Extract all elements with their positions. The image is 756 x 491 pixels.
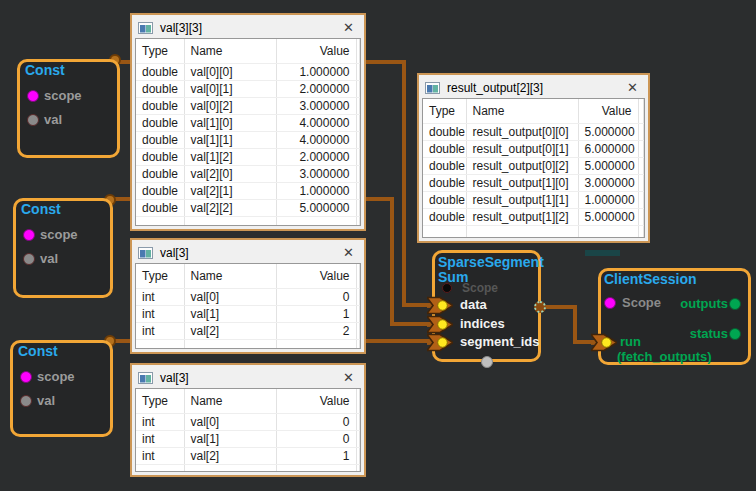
value-cell: 1 xyxy=(276,306,356,323)
window-titlebar[interactable]: val[3] ✕ xyxy=(135,242,361,263)
sss-bottom-connector[interactable] xyxy=(481,356,493,368)
val-port-label: val xyxy=(37,394,55,408)
value-table: Type Name Value doubleval[0][0]1.000000d… xyxy=(135,38,361,226)
table-row[interactable]: doubleresult_output[0][2]5.000000 xyxy=(423,158,644,175)
val-port[interactable] xyxy=(20,395,32,407)
col-header-pad xyxy=(356,389,360,414)
col-header-type[interactable]: Type xyxy=(136,39,184,64)
segment-ids-port-label: segment_ids xyxy=(460,335,539,349)
scope-port[interactable] xyxy=(442,283,452,293)
val-port[interactable] xyxy=(23,253,35,265)
col-header-name[interactable]: Name xyxy=(466,99,578,124)
run-port-arrow-icon[interactable] xyxy=(591,333,617,352)
outputs-port[interactable] xyxy=(729,298,741,310)
table-row[interactable]: doubleval[0][2]3.000000 xyxy=(136,98,360,115)
indices-port-arrow-icon[interactable] xyxy=(427,315,453,334)
node-const-3[interactable]: Const scope val xyxy=(10,340,113,437)
wire-const1-data-v[interactable] xyxy=(402,60,406,307)
type-cell: int xyxy=(136,414,184,431)
sss-output-connector[interactable] xyxy=(534,301,546,313)
col-header-type[interactable]: Type xyxy=(136,389,184,414)
val-port[interactable] xyxy=(27,114,39,126)
table-row[interactable]: doubleresult_output[1][1]1.000000 xyxy=(423,192,644,209)
close-icon[interactable]: ✕ xyxy=(343,20,358,35)
table-row[interactable]: doubleresult_output[0][0]5.000000 xyxy=(423,124,644,141)
col-header-value[interactable]: Value xyxy=(578,99,638,124)
scope-port[interactable] xyxy=(604,297,616,309)
table-row[interactable]: doubleval[1][2]2.000000 xyxy=(136,149,360,166)
scope-port[interactable] xyxy=(20,371,32,383)
probe-window-val3-segmentids[interactable]: val[3] ✕ Type Name Value intval[0]0intva… xyxy=(130,363,366,477)
type-cell: double xyxy=(136,166,184,183)
table-row[interactable]: doubleval[0][0]1.000000 xyxy=(136,64,360,81)
col-header-name[interactable]: Name xyxy=(184,39,276,64)
col-header-value[interactable]: Value xyxy=(276,389,356,414)
type-cell: int xyxy=(136,448,184,465)
table-row[interactable]: intval[1]0 xyxy=(136,431,360,448)
node-const-1[interactable]: Const scope val xyxy=(17,59,120,158)
close-icon[interactable]: ✕ xyxy=(343,245,358,260)
table-row[interactable]: intval[2]1 xyxy=(136,448,360,465)
col-header-value[interactable]: Value xyxy=(276,39,356,64)
table-row[interactable]: doubleresult_output[0][1]6.000000 xyxy=(423,141,644,158)
node-title: Const xyxy=(25,63,65,78)
probe-window-result-output[interactable]: result_output[2][3] ✕ Type Name Value do… xyxy=(417,73,650,243)
scope-port-label: scope xyxy=(44,89,82,103)
window-titlebar[interactable]: val[3] ✕ xyxy=(135,367,361,388)
type-cell: int xyxy=(136,289,184,306)
wire-const2-indices-v[interactable] xyxy=(390,197,394,326)
table-row[interactable]: doubleval[1][1]4.000000 xyxy=(136,132,360,149)
table-row[interactable]: doubleval[1][0]4.000000 xyxy=(136,115,360,132)
status-port[interactable] xyxy=(729,328,741,340)
table-row[interactable]: doubleval[2][2]5.000000 xyxy=(136,200,360,217)
table-row[interactable]: doubleresult_output[1][0]3.000000 xyxy=(423,175,644,192)
empty-row xyxy=(136,340,360,349)
value-cell: 1.000000 xyxy=(276,183,356,200)
col-header-pad xyxy=(638,99,644,124)
value-cell: 0 xyxy=(276,414,356,431)
col-header-pad xyxy=(356,264,360,289)
name-cell: val[0][2] xyxy=(184,98,276,115)
node-const-2[interactable]: Const scope val xyxy=(13,198,113,298)
value-cell: 2.000000 xyxy=(276,149,356,166)
status-port-label: status xyxy=(690,327,728,341)
segment-ids-port-arrow-icon[interactable] xyxy=(427,333,453,352)
table-row[interactable]: intval[0]0 xyxy=(136,289,360,306)
table-row[interactable]: intval[2]2 xyxy=(136,323,360,340)
scope-port[interactable] xyxy=(23,229,35,241)
window-titlebar[interactable]: val[3][3] ✕ xyxy=(135,17,361,38)
value-cell: 2 xyxy=(276,323,356,340)
col-header-value[interactable]: Value xyxy=(276,264,356,289)
probe-window-val3-indices[interactable]: val[3] ✕ Type Name Value intval[0]0intva… xyxy=(130,238,366,354)
pad-cell xyxy=(638,175,644,192)
type-cell: int xyxy=(136,306,184,323)
col-header-name[interactable]: Name xyxy=(184,264,276,289)
empty-row xyxy=(136,217,360,226)
col-header-type[interactable]: Type xyxy=(136,264,184,289)
window-titlebar[interactable]: result_output[2][3] ✕ xyxy=(422,77,645,98)
wire-sss-run-v[interactable] xyxy=(573,305,577,344)
pad-cell xyxy=(638,192,644,209)
col-header-type[interactable]: Type xyxy=(423,99,466,124)
col-header-name[interactable]: Name xyxy=(184,389,276,414)
value-cell: 0 xyxy=(276,289,356,306)
table-row[interactable]: doubleval[2][1]1.000000 xyxy=(136,183,360,200)
name-cell: val[0] xyxy=(184,289,276,306)
close-icon[interactable]: ✕ xyxy=(343,370,358,385)
probe-window-val33[interactable]: val[3][3] ✕ Type Name Value doubleval[0]… xyxy=(130,13,366,231)
table-row[interactable]: intval[1]1 xyxy=(136,306,360,323)
table-row[interactable]: doubleval[0][1]2.000000 xyxy=(136,81,360,98)
table-row[interactable]: intval[0]0 xyxy=(136,414,360,431)
name-cell: val[0] xyxy=(184,414,276,431)
pad-cell xyxy=(356,166,360,183)
window-icon xyxy=(138,372,153,384)
value-cell: 4.000000 xyxy=(276,132,356,149)
table-row[interactable]: doubleval[2][0]3.000000 xyxy=(136,166,360,183)
value-cell: 5.000000 xyxy=(578,124,638,141)
scope-port[interactable] xyxy=(27,90,39,102)
node-client-session[interactable]: ClientSession Scope outputs status run (… xyxy=(598,268,751,365)
table-row[interactable]: doubleresult_output[1][2]5.000000 xyxy=(423,209,644,226)
data-port-arrow-icon[interactable] xyxy=(427,296,453,315)
outputs-port-label: outputs xyxy=(680,297,728,311)
close-icon[interactable]: ✕ xyxy=(627,80,642,95)
